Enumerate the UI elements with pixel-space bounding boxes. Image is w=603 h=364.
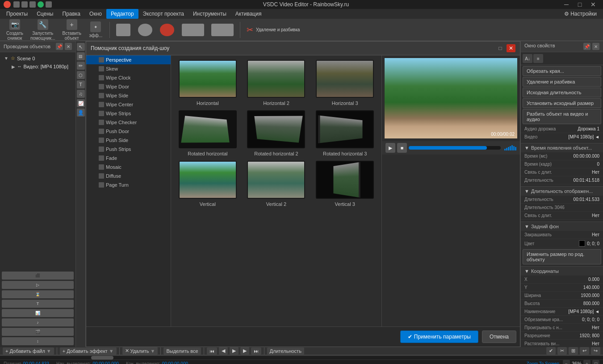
menu-export[interactable]: Экспорт проекта: [138, 9, 188, 19]
insert-object-button[interactable]: + Вставитьобъект: [59, 18, 84, 42]
trans-mosaic[interactable]: Mosaic: [86, 163, 171, 172]
props-pin-button[interactable]: 📌: [583, 43, 590, 50]
play-button[interactable]: ▶: [385, 143, 395, 153]
trans-push-door[interactable]: Push Door: [86, 127, 171, 136]
add-file-button[interactable]: + Добавить файл ▼: [3, 347, 54, 355]
duration-tl-button[interactable]: Длительность: [267, 347, 304, 355]
wizard-close-button[interactable]: ✕: [507, 44, 515, 52]
props-close-button[interactable]: ✕: [592, 43, 599, 50]
add-effect-button[interactable]: + Добавить эффект ▼: [60, 347, 117, 355]
trans-wipe-checker[interactable]: Wipe Checker: [86, 118, 171, 127]
horizontal-scrollbar[interactable]: [0, 356, 603, 360]
tb-icon5[interactable]: [46, 1, 52, 8]
tl-first-button[interactable]: ⏮: [207, 347, 217, 355]
toolbar-misc3[interactable]: [157, 22, 177, 38]
side-tool2[interactable]: ▷: [2, 281, 74, 289]
vtool-crop[interactable]: ▤: [77, 52, 85, 60]
trans-perspective[interactable]: Perspective: [86, 55, 171, 64]
zoom-in-button[interactable]: +: [583, 360, 590, 364]
preview-progress-bar[interactable]: [409, 146, 501, 150]
vtool-shape[interactable]: ⬡: [77, 71, 85, 79]
select-all-button[interactable]: Выделить все: [163, 347, 201, 355]
vtool-text[interactable]: T: [77, 80, 85, 88]
panel-close-button[interactable]: ✕: [65, 43, 72, 50]
tb-icon3[interactable]: [29, 1, 36, 8]
crop-button[interactable]: Обрезать края...: [523, 66, 601, 76]
thumb-vertical2[interactable]: Vertical 2: [244, 161, 309, 207]
tb-icon4[interactable]: [38, 1, 44, 8]
trans-skew[interactable]: Skew: [86, 64, 171, 73]
side-tool6[interactable]: ♪: [2, 318, 74, 326]
vtool-person[interactable]: 👤: [77, 109, 85, 117]
menu-scenes[interactable]: Сцены: [32, 9, 58, 19]
zoom-out-button[interactable]: −: [563, 360, 570, 364]
create-snapshot-button[interactable]: 📷 Создатьснимок: [4, 18, 26, 42]
cancel-button[interactable]: Отмена: [482, 331, 516, 343]
wizard-maximize-button[interactable]: □: [496, 44, 505, 52]
menu-settings[interactable]: ⚙ Настройки: [560, 9, 601, 19]
menu-tools[interactable]: Инструменты: [188, 9, 231, 19]
set-original-size-button[interactable]: Установить исходный размер: [523, 98, 601, 108]
tl-last-button[interactable]: ⏭: [251, 347, 261, 355]
vtool-chart[interactable]: 📈: [77, 99, 85, 107]
trans-wipe-door[interactable]: Wipe Door: [86, 82, 171, 91]
minimize-button[interactable]: ─: [560, 0, 573, 9]
trans-fade[interactable]: Fade: [86, 154, 171, 163]
menu-activation[interactable]: Активация: [231, 9, 266, 19]
trans-wipe-center[interactable]: Wipe Center: [86, 100, 171, 109]
side-tool4[interactable]: T: [2, 300, 74, 308]
close-button[interactable]: ✕: [587, 0, 599, 9]
toolbar-misc5[interactable]: [209, 22, 236, 38]
side-tool1[interactable]: ⬛: [2, 272, 74, 280]
props-sort-category[interactable]: ≡: [533, 54, 543, 63]
original-duration-button[interactable]: Исходная длительность: [523, 88, 601, 97]
side-tool3[interactable]: ⌛: [2, 290, 74, 298]
side-tool5[interactable]: 📊: [2, 309, 74, 317]
stop-button[interactable]: ■: [397, 143, 407, 153]
effect-button[interactable]: ✦ эфф...: [86, 20, 106, 39]
vtool-pen[interactable]: ✏: [77, 62, 85, 70]
toolbar-misc2[interactable]: [135, 22, 155, 38]
tl-redo-button[interactable]: ↪: [591, 347, 600, 355]
tl-undo-button[interactable]: ↩: [580, 347, 589, 355]
thumb-horizontal3[interactable]: Horizontal 3: [313, 60, 377, 106]
panel-pin-button[interactable]: 📌: [56, 43, 63, 50]
tl-play-button[interactable]: ▶: [230, 347, 239, 355]
menu-editor[interactable]: Редактор: [106, 9, 138, 19]
props-sort-alpha[interactable]: A↓: [523, 54, 532, 63]
split-audio-video-button[interactable]: Разбить объект на видео и аудио: [523, 109, 601, 124]
menu-projects[interactable]: Проекты: [2, 9, 32, 19]
zoom-to-screen-label[interactable]: Zoom To Screen: [527, 361, 559, 364]
trans-wipe-strips[interactable]: Wipe Strips: [86, 109, 171, 118]
tl-next-button[interactable]: ▶: [240, 347, 249, 355]
trans-page-turn[interactable]: Page Turn: [86, 180, 171, 189]
tb-icon2[interactable]: [21, 1, 28, 8]
menu-edit[interactable]: Правка: [58, 9, 85, 19]
trans-diffuse[interactable]: Diffuse: [86, 172, 171, 180]
tb-icon1[interactable]: [13, 1, 20, 8]
toolbar-misc4[interactable]: [179, 22, 207, 38]
thumb-horizontal[interactable]: Horizontal: [176, 60, 240, 106]
thumb-horizontal2[interactable]: Horizontal 2: [244, 60, 309, 106]
maximize-button[interactable]: □: [574, 0, 586, 9]
menu-window[interactable]: Окно: [85, 9, 106, 19]
trans-push-side[interactable]: Push Side: [86, 136, 171, 145]
thumb-rotated-h3[interactable]: Rotated horizontal 3: [313, 110, 377, 156]
trans-push-strips[interactable]: Push Strips: [86, 145, 171, 154]
delete-split-button[interactable]: ✂ Удаление и разбивка: [244, 24, 302, 36]
tl-prev-button[interactable]: ◀: [219, 347, 228, 355]
tl-split-button[interactable]: ✂: [557, 347, 567, 355]
tl-snap-button[interactable]: ⊞: [569, 347, 578, 355]
vtool-music[interactable]: ♫: [77, 90, 85, 98]
thumb-rotated-h[interactable]: Rotated horizontal: [176, 110, 240, 156]
tl-check-button[interactable]: ✔: [546, 347, 556, 355]
side-tool8[interactable]: ↕: [2, 337, 74, 345]
delete-split-prop-button[interactable]: Удаление и разбивка: [523, 77, 601, 87]
delete-clip-button[interactable]: ✕ Удалить ▼: [122, 347, 158, 355]
vtool-select[interactable]: ↖: [77, 43, 85, 51]
toolbar-misc1[interactable]: [113, 22, 134, 38]
thumb-vertical[interactable]: Vertical: [176, 161, 240, 207]
trans-wipe-side[interactable]: Wipe Side: [86, 91, 171, 100]
resize-by-parent-button[interactable]: Изменить размер по род. объекту: [523, 249, 601, 264]
run-wizard-button[interactable]: 🔧 Запуститьпомощник...: [28, 18, 58, 42]
